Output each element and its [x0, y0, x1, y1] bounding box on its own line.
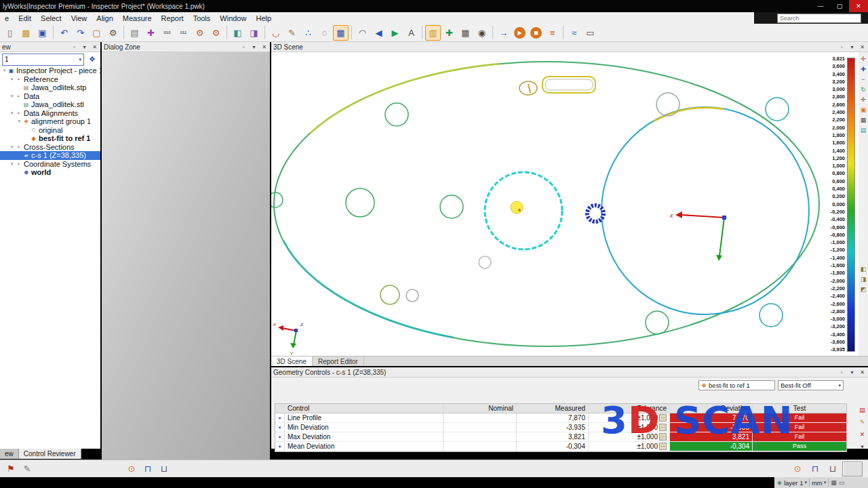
layer-combo[interactable]: layer 1 ▾: [784, 479, 807, 487]
caliper-inside-right-icon[interactable]: ⊔: [825, 462, 841, 476]
feature-points-icon[interactable]: ∴: [300, 25, 316, 41]
digital-readout-2-icon[interactable]: 011: [176, 25, 191, 41]
tree-item-data-alignments[interactable]: ▾•Data Alignments: [0, 109, 100, 118]
view-toggle-icon[interactable]: ▭: [839, 479, 845, 486]
menu-e[interactable]: e: [0, 14, 14, 23]
grid-toggle-icon[interactable]: ▦: [831, 479, 837, 486]
panel-menu-icon[interactable]: ▾: [250, 43, 258, 51]
tree-item-original[interactable]: ◇original: [0, 126, 100, 135]
panel-menu-icon[interactable]: ▾: [848, 43, 856, 51]
redo-icon[interactable]: ↷: [73, 25, 88, 41]
tree-item-world[interactable]: ⊕world: [0, 168, 100, 177]
measure-angle-icon[interactable]: A: [403, 25, 419, 41]
checklist-icon[interactable]: ≡: [545, 25, 560, 41]
play-macro-icon[interactable]: ▶: [512, 25, 528, 41]
cross-section-icon[interactable]: ▦: [333, 25, 349, 41]
pause-hand-icon[interactable]: ◼: [528, 25, 544, 41]
add-to-report-icon[interactable]: ✚: [441, 25, 457, 41]
pin-icon[interactable]: ▫: [838, 369, 846, 376]
tolerance-edit-button[interactable]: …: [659, 424, 667, 431]
scene-viewport[interactable]: x x z Y 3,8213,6003,4003,2003,0002,8002,…: [271, 52, 859, 356]
tree-item-best-fit-to-ref-1[interactable]: ◆best-fit to ref 1: [0, 134, 100, 143]
menu-tools[interactable]: Tools: [189, 14, 216, 23]
undo-icon[interactable]: ↶: [56, 25, 72, 41]
menu-help[interactable]: Help: [251, 14, 276, 23]
tree-item-inspector-project-piece-1[interactable]: ▾▣Inspector Project - piece 1: [0, 66, 100, 75]
new-project-icon[interactable]: ▯: [2, 25, 18, 41]
close-button[interactable]: ✕: [849, 0, 868, 12]
sketch-pen-icon[interactable]: ✎: [284, 25, 300, 41]
measure-curve-icon[interactable]: ◡: [268, 25, 283, 41]
top-view-cube-icon[interactable]: ◨: [859, 274, 868, 284]
search-input[interactable]: [777, 14, 861, 23]
rotate-view-icon[interactable]: ↻: [859, 84, 868, 94]
tab-report-editor[interactable]: Report Editor: [313, 357, 364, 366]
export-report-icon[interactable]: →: [496, 25, 511, 41]
bestfit-combo[interactable]: Best-fit Off ▾: [778, 380, 844, 390]
front-view-cube-icon[interactable]: ◩: [859, 284, 868, 294]
menu-edit[interactable]: Edit: [14, 14, 36, 23]
close-icon[interactable]: ✕: [859, 369, 866, 376]
fit-view-icon[interactable]: ▣: [859, 104, 868, 115]
tree-item-coordinate-systems[interactable]: ▾•Coordinate Systems: [0, 160, 100, 169]
caliper-inside-icon[interactable]: ⊔: [156, 462, 172, 476]
caliper-outside-icon[interactable]: ⊓: [140, 462, 156, 476]
tolerance-edit-button[interactable]: …: [659, 443, 667, 450]
control-row-max-deviation[interactable]: ▪Max Deviation3,821±1,000…3,821Fail: [275, 432, 846, 442]
flag-tool-icon[interactable]: ⚑: [3, 462, 19, 476]
color-map-icon[interactable]: ▤: [859, 125, 868, 135]
deviation-left-icon[interactable]: ◀: [371, 25, 387, 41]
report-editor-icon[interactable]: ▭: [583, 25, 598, 41]
color-scale-options-icon[interactable]: ▤: [858, 405, 867, 415]
options-gear-icon[interactable]: ⚙: [105, 25, 121, 41]
delete-control-icon[interactable]: ✕: [858, 429, 867, 439]
close-icon[interactable]: ✕: [91, 43, 98, 51]
zoom-in-icon[interactable]: ✚: [859, 64, 868, 74]
menu-select[interactable]: Select: [36, 14, 66, 23]
wireframe-view-icon[interactable]: ▦: [859, 115, 868, 125]
pin-icon[interactable]: ▫: [240, 43, 248, 51]
magnifier-icon[interactable]: ◌: [317, 25, 332, 41]
menu-window[interactable]: Window: [215, 14, 251, 23]
menu-align[interactable]: Align: [92, 14, 117, 23]
units-combo[interactable]: mm ▾: [812, 479, 826, 487]
tree-item-data[interactable]: ▾•Data: [0, 92, 100, 101]
pin-icon[interactable]: ▫: [71, 43, 78, 51]
control-row-line-profile[interactable]: ▪Line Profile7,870±1,000…7,870Fail: [275, 413, 846, 423]
piece-selector-icon[interactable]: ❖: [86, 54, 98, 65]
feature-circles-right-icon[interactable]: ⊙: [789, 462, 806, 476]
save-workspace-icon[interactable]: ▣: [35, 25, 50, 41]
report-item-icon[interactable]: ▥: [425, 25, 441, 41]
feature-circles-icon[interactable]: ⊙: [123, 462, 140, 476]
probe-pen-icon[interactable]: ✎: [19, 462, 35, 476]
digital-readout-1-icon[interactable]: 010: [159, 25, 175, 41]
piece-combo[interactable]: 1 ▾: [2, 54, 84, 66]
control-row-mean-deviation[interactable]: ▪Mean Deviation-0,304±1,000…-0,304Pass: [275, 442, 846, 451]
control-row-min-deviation[interactable]: ▪Min Deviation-3,935±1,000…-3,935Fail: [275, 423, 846, 432]
close-icon[interactable]: ✕: [260, 43, 268, 51]
panel-toggle-button[interactable]: [842, 462, 863, 476]
menu-view[interactable]: View: [66, 14, 92, 23]
tolerance-edit-button[interactable]: …: [659, 433, 667, 441]
zoom-out-icon[interactable]: −: [859, 74, 868, 84]
pan-view-icon[interactable]: ✛: [859, 94, 868, 104]
view-reset-icon[interactable]: ✛: [859, 54, 868, 64]
align-objects-icon[interactable]: ◧: [230, 25, 245, 41]
deviation-right-icon[interactable]: ▶: [387, 25, 403, 41]
selection-mode-icon[interactable]: ▢: [89, 25, 104, 41]
surface-analysis-icon[interactable]: ◠: [355, 25, 370, 41]
maximize-button[interactable]: ▢: [830, 0, 849, 12]
tree-item-jawa-odlitek-stp[interactable]: ▤Jawa_odlitek.stp: [0, 83, 100, 92]
tree-item-c-s-1-z-38-335[interactable]: ▰c-s 1 (Z=38,335): [0, 151, 100, 160]
snapshot-camera-icon[interactable]: ◉: [474, 25, 490, 41]
import-object-icon[interactable]: ▤: [127, 25, 142, 41]
compare-objects-icon[interactable]: ◨: [246, 25, 262, 41]
panel-menu-icon[interactable]: ▾: [81, 43, 88, 51]
device-gear-2-icon[interactable]: ⚙: [208, 25, 224, 41]
tree-item-reference[interactable]: ▾•Reference: [0, 75, 100, 84]
edit-control-icon[interactable]: ✎: [858, 417, 867, 427]
bottom-tab-control-reviewer[interactable]: Control Reviewer: [19, 449, 81, 459]
tree-item-jawa-odlitek-stl[interactable]: ▤Jawa_odlitek.stl: [0, 100, 100, 109]
menu-measure[interactable]: Measure: [118, 14, 157, 23]
spc-chart-icon[interactable]: ≈: [566, 25, 582, 41]
